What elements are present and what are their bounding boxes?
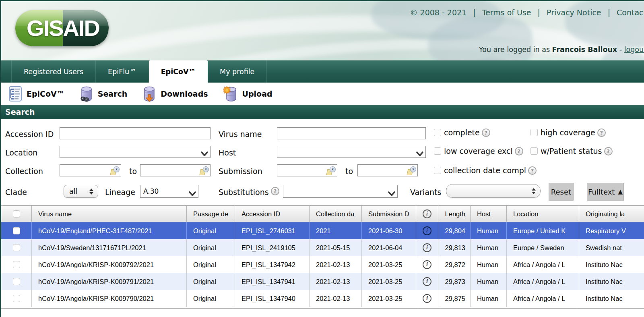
col-location[interactable]: Location [506, 206, 579, 222]
col-originating-lab[interactable]: Originating la [579, 206, 644, 222]
collection-from-date-input[interactable]: ▾ [60, 164, 121, 176]
table-row[interactable]: hCoV-19/Angola/KRISP-K009790/2021 Origin… [1, 290, 644, 307]
cell-virus-name: hCoV-19/England/PHEC-31F487/2021 [31, 222, 186, 239]
tab-epicov[interactable]: EpiCoV™ [149, 60, 208, 83]
logout-link[interactable]: logout [624, 46, 644, 54]
checkbox-label: high coverage [541, 128, 595, 137]
toolbar-epicov-button[interactable]: EpiCoV™ [8, 86, 64, 102]
table-row[interactable]: hCoV-19/England/PHEC-31F487/2021 Origina… [1, 222, 644, 239]
col-accession-id[interactable]: Accession ID [235, 206, 309, 222]
row-checkbox[interactable] [13, 244, 20, 251]
chevron-down-icon[interactable] [416, 151, 423, 158]
toolbar-item-label: Search [98, 89, 128, 98]
help-icon[interactable]: ? [482, 128, 490, 137]
info-icon[interactable]: i [423, 243, 431, 252]
checkbox-box[interactable] [434, 129, 441, 136]
gisaid-logo[interactable]: GIS AID [15, 10, 109, 46]
to-label: to [129, 167, 137, 176]
lineage-combobox[interactable]: A.30 [140, 185, 198, 198]
variants-select[interactable] [446, 184, 541, 198]
row-checkbox[interactable] [13, 295, 20, 302]
col-passage[interactable]: Passage de [186, 206, 235, 222]
info-icon[interactable]: i [423, 260, 431, 269]
chevron-down-icon[interactable] [201, 151, 208, 158]
checkbox-box[interactable] [530, 147, 538, 155]
col-host[interactable]: Host [470, 206, 506, 222]
row-checkbox[interactable] [13, 227, 20, 234]
checkbox-box[interactable] [434, 147, 441, 155]
patient-status-checkbox[interactable]: w/Patient status ? [530, 147, 613, 155]
cell-location: Europe / United K [506, 222, 579, 239]
table-row[interactable]: hCoV-19/Angola/KRISP-K009791/2021 Origin… [1, 273, 644, 290]
calendar-icon[interactable]: ▾ [111, 166, 120, 175]
to-label: to [345, 167, 353, 176]
row-checkbox[interactable] [13, 261, 20, 268]
toolbar-search-button[interactable]: Search [80, 86, 128, 102]
table-bottom-divider [1, 308, 644, 309]
substitutions-combobox[interactable] [283, 185, 398, 198]
checkbox-box[interactable] [434, 167, 441, 174]
cell-passage: Original [186, 273, 235, 290]
submission-date-label: Submission [219, 167, 262, 176]
chevron-down-icon[interactable] [189, 191, 196, 198]
gisaid-epicov-page: GIS AID © 2008 - 2021 | Terms of Use | P… [0, 0, 644, 317]
database-upload-icon [223, 86, 238, 102]
calendar-icon[interactable]: ▾ [327, 166, 336, 175]
tab-my-profile[interactable]: My profile [208, 60, 267, 83]
select-all-checkbox[interactable] [13, 210, 20, 218]
info-icon[interactable]: i [423, 226, 431, 235]
chevron-down-icon[interactable] [388, 191, 395, 198]
high-coverage-checkbox[interactable]: high coverage ? [530, 128, 606, 137]
help-icon[interactable]: ? [271, 187, 279, 195]
submission-to-date-input[interactable]: ▾ [357, 164, 418, 176]
col-virus-name[interactable]: Virus name [31, 206, 186, 222]
complete-checkbox[interactable]: complete ? [434, 128, 490, 137]
help-icon[interactable]: ? [515, 147, 523, 155]
toolbar-downloads-button[interactable]: Downloads [142, 86, 208, 102]
cell-location: Africa / Angola / L [506, 256, 579, 273]
section-title: Search [1, 108, 35, 116]
accession-id-input[interactable] [60, 127, 211, 139]
col-length[interactable]: Length [438, 206, 470, 222]
help-icon[interactable]: ? [597, 128, 606, 137]
help-icon[interactable]: ? [528, 166, 537, 175]
submission-from-date-input[interactable]: ▾ [277, 164, 337, 176]
cell-host: Human [470, 290, 506, 307]
cell-virus-name: hCoV-19/Angola/KRISP-K009790/2021 [31, 290, 186, 307]
cell-submission-date: 2021-03-25 [361, 290, 416, 307]
separator: | [473, 8, 475, 17]
collection-to-date-input[interactable]: ▾ [140, 164, 211, 176]
info-icon[interactable]: i [423, 294, 431, 303]
login-prefix: You are logged in as [479, 46, 550, 54]
collection-date-complete-checkbox[interactable]: collection date compl ? [434, 166, 537, 175]
table-row[interactable]: hCoV-19/Sweden/13171671PL/2021 Original … [1, 239, 644, 256]
tab-epiflu[interactable]: EpiFlu™ [96, 60, 149, 83]
location-label: Location [5, 148, 37, 157]
host-combobox[interactable] [277, 146, 426, 158]
tab-registered-users[interactable]: Registered Users [11, 60, 96, 83]
cell-passage: Original [186, 256, 235, 273]
low-coverage-excl-checkbox[interactable]: low coverage excl ? [434, 147, 523, 155]
contact-link[interactable]: Contact [617, 8, 644, 17]
cell-accession-id: EPI_ISL_1347942 [235, 256, 309, 273]
help-icon[interactable]: ? [604, 147, 613, 155]
col-submission-date[interactable]: Submission D [361, 206, 416, 222]
privacy-notice-link[interactable]: Privacy Notice [547, 8, 601, 17]
info-icon[interactable]: i [423, 277, 431, 286]
table-row[interactable]: hCoV-19/Angola/KRISP-K009792/2021 Origin… [1, 256, 644, 273]
col-collection-date[interactable]: Collection da [309, 206, 361, 222]
terms-of-use-link[interactable]: Terms of Use [482, 8, 531, 17]
calendar-icon[interactable]: ▾ [200, 166, 209, 175]
cell-location: Europe / Sweden [506, 239, 579, 256]
clade-select[interactable]: all [64, 185, 98, 198]
tab-label: EpiCoV™ [161, 68, 196, 76]
calendar-icon[interactable]: ▾ [407, 166, 416, 175]
checkbox-box[interactable] [530, 129, 538, 136]
location-combobox[interactable] [60, 146, 211, 158]
virus-name-input[interactable] [277, 127, 426, 139]
fulltext-button[interactable]: Fulltext ▲ [587, 183, 624, 201]
cell-submission-date: 2021-06-04 [361, 239, 416, 256]
reset-button[interactable]: Reset [549, 183, 574, 201]
toolbar-upload-button[interactable]: Upload [223, 86, 272, 102]
row-checkbox[interactable] [13, 278, 20, 285]
